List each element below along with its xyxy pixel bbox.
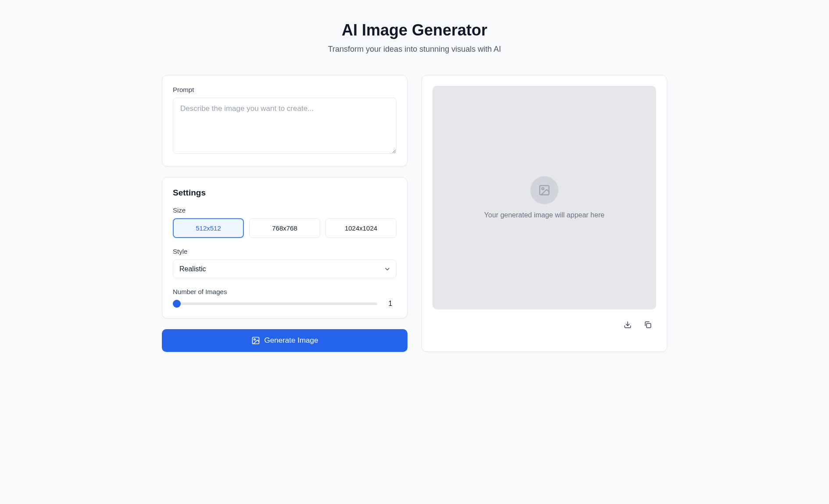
image-placeholder: Your generated image will appear here <box>432 86 656 309</box>
page-title: AI Image Generator <box>162 21 667 39</box>
page-header: AI Image Generator Transform your ideas … <box>162 21 667 54</box>
prompt-input[interactable] <box>173 98 397 154</box>
settings-heading: Settings <box>173 188 397 198</box>
size-option-512[interactable]: 512x512 <box>173 218 244 238</box>
page-subtitle: Transform your ideas into stunning visua… <box>162 45 667 54</box>
count-value: 1 <box>384 300 397 308</box>
result-card: Your generated image will appear here <box>422 75 667 352</box>
size-option-768[interactable]: 768x768 <box>249 218 320 238</box>
settings-card: Settings Size 512x512 768x768 1024x1024 … <box>162 177 407 319</box>
prompt-card: Prompt <box>162 75 407 167</box>
generate-button-label: Generate Image <box>264 336 318 345</box>
image-icon <box>251 336 260 345</box>
svg-point-1 <box>254 339 255 340</box>
download-button[interactable] <box>619 316 636 333</box>
style-select[interactable]: Realistic <box>173 259 397 278</box>
image-icon <box>538 184 550 196</box>
copy-button[interactable] <box>640 316 656 333</box>
count-slider[interactable] <box>173 302 377 305</box>
placeholder-icon-circle <box>530 176 558 204</box>
count-label: Number of Images <box>173 288 397 295</box>
placeholder-text: Your generated image will appear here <box>484 211 604 219</box>
copy-icon <box>644 321 652 329</box>
svg-point-3 <box>542 188 544 190</box>
prompt-label: Prompt <box>173 86 397 93</box>
style-label: Style <box>173 248 397 255</box>
size-label: Size <box>173 206 397 214</box>
download-icon <box>624 321 632 329</box>
size-option-1024[interactable]: 1024x1024 <box>325 218 397 238</box>
generate-button[interactable]: Generate Image <box>162 329 407 352</box>
svg-rect-5 <box>647 323 651 328</box>
